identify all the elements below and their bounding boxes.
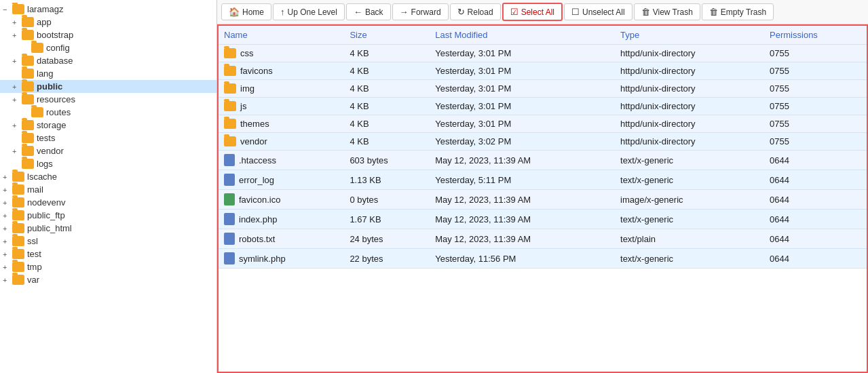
- unselect-all-button[interactable]: ☐Unselect All: [564, 3, 633, 20]
- reload-label: Reload: [468, 7, 493, 17]
- file-size-cell: 4 KB: [344, 62, 430, 80]
- table-row[interactable]: css4 KBYesterday, 3:01 PMhttpd/unix-dire…: [219, 45, 867, 62]
- tree-toggle-database[interactable]: +: [12, 57, 22, 65]
- sidebar-item-mail[interactable]: +mail: [0, 183, 216, 196]
- file-modified-cell: Yesterday, 5:11 PM: [430, 170, 615, 190]
- up-one-level-button[interactable]: ↑Up One Level: [273, 3, 345, 20]
- tree-toggle-lscache[interactable]: +: [3, 173, 12, 181]
- folder-icon-logs: [22, 159, 34, 169]
- forward-button[interactable]: →Forward: [392, 3, 449, 20]
- file-type-cell: text/x-generic: [615, 249, 764, 269]
- table-row[interactable]: robots.txt24 bytesMay 12, 2023, 11:39 AM…: [219, 229, 867, 249]
- sidebar-item-logs[interactable]: logs: [0, 157, 216, 170]
- file-name-label: js: [240, 101, 246, 111]
- sidebar-item-routes[interactable]: routes: [0, 106, 216, 119]
- tree-toggle-var[interactable]: +: [3, 276, 12, 284]
- file-perms-cell: 0644: [764, 210, 867, 229]
- table-row[interactable]: error_log1.13 KBYesterday, 5:11 PMtext/x…: [219, 170, 867, 190]
- file-name-label: error_log: [239, 175, 274, 185]
- sidebar-item-tests[interactable]: tests: [0, 132, 216, 144]
- sidebar-item-tmp[interactable]: +tmp: [0, 260, 216, 273]
- tree-toggle-ssl[interactable]: +: [3, 237, 12, 246]
- back-button[interactable]: ←Back: [346, 3, 391, 20]
- tree-toggle-resources[interactable]: +: [12, 96, 22, 104]
- file-name-cell: index.php: [219, 210, 344, 229]
- tree-toggle-public[interactable]: +: [12, 83, 22, 91]
- sidebar-label-public_html: public_html: [27, 223, 72, 233]
- sidebar-item-nodevenv[interactable]: +nodevenv: [0, 196, 216, 209]
- table-row[interactable]: img4 KBYesterday, 3:01 PMhttpd/unix-dire…: [219, 80, 867, 98]
- col-header-last-modified[interactable]: Last Modified: [430, 26, 615, 45]
- select-all-button[interactable]: ☑Select All: [502, 3, 563, 21]
- sidebar-label-laramagz: laramagz: [27, 4, 63, 14]
- reload-button[interactable]: ↻Reload: [450, 3, 501, 20]
- view-trash-button[interactable]: 🗑View Trash: [634, 3, 700, 20]
- table-row[interactable]: themes4 KBYesterday, 3:01 PMhttpd/unix-d…: [219, 115, 867, 133]
- table-row[interactable]: vendor4 KBYesterday, 3:02 PMhttpd/unix-d…: [219, 133, 867, 151]
- home-button[interactable]: 🏠Home: [221, 3, 271, 20]
- sidebar-item-laramagz[interactable]: −laramagz: [0, 3, 216, 16]
- table-row[interactable]: index.php1.67 KBMay 12, 2023, 11:39 AMte…: [219, 210, 867, 229]
- sidebar-label-routes: routes: [46, 107, 71, 117]
- folder-icon-tests: [22, 133, 34, 143]
- tree-toggle-mail[interactable]: +: [3, 186, 12, 194]
- table-row[interactable]: favicons4 KBYesterday, 3:01 PMhttpd/unix…: [219, 62, 867, 80]
- file-name-cell: img: [219, 80, 344, 98]
- home-icon: 🏠: [229, 7, 240, 17]
- table-row[interactable]: symlink.php22 bytesYesterday, 11:56 PMte…: [219, 249, 867, 269]
- file-size-cell: 4 KB: [344, 80, 430, 98]
- sidebar-item-storage[interactable]: +storage: [0, 119, 216, 132]
- sidebar-item-bootstrap[interactable]: +bootstrap: [0, 28, 216, 41]
- sidebar-item-test[interactable]: +test: [0, 248, 216, 260]
- folder-icon-config: [31, 43, 43, 53]
- tree-toggle-nodevenv[interactable]: +: [3, 199, 12, 207]
- sidebar-item-config[interactable]: config: [0, 41, 216, 54]
- file-icon: [224, 174, 235, 186]
- folder-icon-public_ftp: [12, 210, 24, 220]
- table-row[interactable]: .htaccess603 bytesMay 12, 2023, 11:39 AM…: [219, 151, 867, 170]
- tree-toggle-bootstrap[interactable]: +: [12, 31, 22, 39]
- file-name-label: robots.txt: [239, 234, 275, 244]
- col-header-size[interactable]: Size: [344, 26, 430, 45]
- folder-icon-tmp: [12, 262, 24, 272]
- table-row[interactable]: favicon.ico0 bytesMay 12, 2023, 11:39 AM…: [219, 190, 867, 210]
- file-perms-cell: 0755: [764, 133, 867, 151]
- folder-icon-laramagz: [12, 4, 24, 14]
- folder-icon-resources: [22, 94, 34, 104]
- sidebar-item-public_ftp[interactable]: +public_ftp: [0, 209, 216, 222]
- tree-toggle-storage[interactable]: +: [12, 121, 22, 130]
- tree-toggle-app[interactable]: +: [12, 18, 22, 26]
- tree-toggle-public_html[interactable]: +: [3, 224, 12, 233]
- sidebar-item-var[interactable]: +var: [0, 273, 216, 286]
- empty-trash-button[interactable]: 🗑Empty Trash: [702, 3, 774, 20]
- sidebar-item-public_html[interactable]: +public_html: [0, 222, 216, 235]
- sidebar-item-lscache[interactable]: +lscache: [0, 170, 216, 183]
- up-one-level-label: Up One Level: [288, 7, 337, 17]
- file-modified-cell: May 12, 2023, 11:39 AM: [430, 229, 615, 249]
- sidebar-item-public[interactable]: +public: [0, 80, 216, 93]
- sidebar-label-app: app: [37, 17, 52, 27]
- tree-toggle-laramagz[interactable]: −: [3, 5, 12, 14]
- tree-toggle-tmp[interactable]: +: [3, 263, 12, 271]
- col-header-permissions[interactable]: Permissions: [764, 26, 867, 45]
- col-header-type[interactable]: Type: [615, 26, 764, 45]
- file-modified-cell: Yesterday, 3:01 PM: [430, 80, 615, 98]
- up-one-level-icon: ↑: [280, 7, 285, 17]
- sidebar-label-lang: lang: [37, 68, 54, 79]
- col-header-name[interactable]: Name: [219, 26, 344, 45]
- sidebar-label-nodevenv: nodevenv: [27, 197, 65, 208]
- sidebar-item-vendor[interactable]: +vendor: [0, 144, 216, 157]
- tree-toggle-test[interactable]: +: [3, 250, 12, 258]
- tree-toggle-vendor[interactable]: +: [12, 147, 22, 155]
- table-row[interactable]: js4 KBYesterday, 3:01 PMhttpd/unix-direc…: [219, 98, 867, 115]
- tree-toggle-public_ftp[interactable]: +: [3, 212, 12, 220]
- sidebar-item-ssl[interactable]: +ssl: [0, 235, 216, 248]
- sidebar-item-resources[interactable]: +resources: [0, 93, 216, 106]
- sidebar-label-storage: storage: [37, 120, 66, 130]
- file-name-cell: symlink.php: [219, 249, 344, 269]
- sidebar-item-lang[interactable]: lang: [0, 67, 216, 80]
- sidebar-item-app[interactable]: +app: [0, 16, 216, 28]
- sidebar-label-var: var: [27, 275, 39, 285]
- sidebar-item-database[interactable]: +database: [0, 54, 216, 67]
- file-type-cell: httpd/unix-directory: [615, 98, 764, 115]
